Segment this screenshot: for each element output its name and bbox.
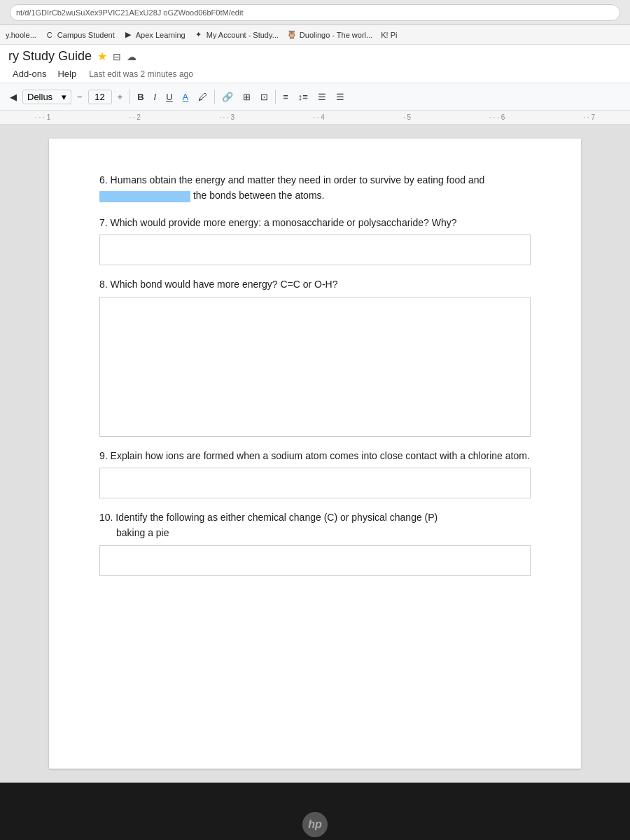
bookmark-yhoole[interactable]: y.hoole... — [6, 31, 36, 39]
question-8-text: 8. Which bond would have more energy? C=… — [99, 276, 531, 292]
bookmark-label: y.hoole... — [6, 31, 36, 39]
bookmark-duolingo[interactable]: 🦉 Duolingo - The worl... — [287, 30, 372, 40]
ruler: · · · 1 · · 2 · · · 3 · · 4 · 5 · · · 6 … — [0, 111, 630, 125]
q7-number: 7. — [99, 217, 111, 228]
docs-menu-bar: Add-ons Help Last edit was 2 minutes ago — [0, 65, 630, 83]
apex-icon: ▶ — [123, 30, 133, 40]
link-button[interactable]: 🔗 — [218, 90, 237, 104]
bookmark-apex[interactable]: ▶ Apex Learning — [123, 30, 186, 40]
underline-a-button[interactable]: A — [178, 90, 193, 104]
ruler-mark-1: · · · 1 — [35, 113, 50, 121]
indent-button[interactable]: ☰ — [332, 90, 349, 104]
ruler-mark-7: · · 7 — [583, 113, 595, 121]
q9-content: Explain how ions are formed when a sodiu… — [111, 450, 530, 461]
q10-answer-box[interactable] — [99, 545, 531, 576]
hp-logo: hp — [302, 812, 328, 837]
question-9-text: 9. Explain how ions are formed when a so… — [99, 448, 531, 463]
question-8: 8. Which bond would have more energy? C=… — [99, 276, 531, 436]
bookmark-myaccount[interactable]: ✦ My Account - Study... — [194, 30, 279, 40]
image-button[interactable]: ⊞ — [239, 90, 255, 104]
question-6: 6. Humans obtain the energy and matter t… — [99, 172, 531, 204]
q8-content: Which bond would have more energy? C=C o… — [111, 279, 338, 290]
list-button[interactable]: ☰ — [314, 90, 330, 104]
font-size-decrease[interactable]: − — [73, 90, 87, 104]
bookmark-label: Apex Learning — [136, 31, 186, 39]
menu-help[interactable]: Help — [53, 66, 80, 81]
bookmark-label: K! Pi — [381, 31, 397, 39]
campus-icon: C — [45, 30, 55, 40]
q6-text-before: Humans obtain the energy and matter they… — [111, 174, 485, 186]
cloud-icon[interactable]: ☁ — [127, 51, 136, 62]
font-size-increase[interactable]: + — [113, 90, 127, 104]
chevron-down-icon: ▾ — [62, 92, 66, 102]
question-10: 10. Identify the following as either che… — [99, 510, 531, 576]
duolingo-icon: 🦉 — [287, 30, 297, 40]
question-7: 7. Which would provide more energy: a mo… — [99, 215, 531, 265]
doc-title[interactable]: ry Study Guide — [8, 49, 92, 64]
doc-page: 6. Humans obtain the energy and matter t… — [49, 139, 581, 769]
ruler-marks: · · · 1 · · 2 · · · 3 · · 4 · 5 · · · 6 … — [35, 113, 595, 121]
q8-answer-box[interactable] — [99, 297, 531, 437]
q6-blank[interactable] — [99, 191, 190, 202]
browser-chrome: nt/d/1GDIrCb2wuSuXex9PVIC21AExU28J oGZWo… — [0, 0, 630, 25]
q7-answer-box[interactable] — [99, 234, 531, 265]
url-bar[interactable]: nt/d/1GDIrCb2wuSuXex9PVIC21AExU28J oGZWo… — [10, 4, 620, 21]
docs-title-bar: ry Study Guide ★ ⊟ ☁ — [0, 45, 630, 65]
separator-2 — [214, 90, 215, 104]
laptop-bezel: hp — [0, 783, 630, 840]
underline-button[interactable]: U — [162, 90, 176, 104]
ruler-mark-6: · · · 6 — [489, 113, 505, 121]
font-selector[interactable]: Dellus ▾ — [22, 90, 71, 104]
q10-content: Identify the following as either chemica… — [115, 512, 438, 523]
q8-number: 8. — [99, 279, 111, 290]
q10-number: 10. — [99, 512, 115, 523]
bookmark-label: My Account - Study... — [206, 31, 279, 39]
q6-number: 6. — [99, 174, 111, 186]
q10-subtext: baking a pie — [116, 527, 169, 538]
table-button[interactable]: ⊡ — [256, 90, 272, 104]
separator-3 — [275, 90, 276, 104]
bold-button[interactable]: B — [133, 90, 148, 104]
font-name-text: Dellus — [27, 92, 52, 102]
q9-answer-box[interactable] — [99, 468, 531, 498]
question-10-text: 10. Identify the following as either che… — [99, 510, 531, 541]
align-button[interactable]: ≡ — [279, 90, 293, 104]
star-icon[interactable]: ★ — [97, 50, 107, 63]
text-color-button[interactable]: 🖊 — [194, 90, 211, 104]
ruler-mark-3: · · · 3 — [219, 113, 234, 121]
bookmark-campus[interactable]: C Campus Student — [45, 30, 115, 40]
question-9: 9. Explain how ions are formed when a so… — [99, 448, 531, 498]
bookmark-label: Campus Student — [57, 31, 115, 39]
bookmark-label: Duolingo - The worl... — [300, 31, 372, 39]
italic-button[interactable]: I — [150, 90, 161, 104]
drive-icon[interactable]: ⊟ — [113, 51, 121, 62]
myaccount-icon: ✦ — [194, 30, 204, 40]
bookmark-kt[interactable]: K! Pi — [381, 31, 397, 39]
line-spacing-button[interactable]: ↕≡ — [294, 90, 312, 104]
font-size-control: − 12 + — [73, 90, 127, 104]
hp-text: hp — [308, 818, 322, 831]
toolbar-arrow-left[interactable]: ◀ — [6, 90, 21, 104]
last-edit-text: Last edit was 2 minutes ago — [89, 69, 193, 79]
ruler-mark-5: · 5 — [403, 113, 411, 121]
menu-addons[interactable]: Add-ons — [8, 66, 50, 81]
docs-toolbar: ◀ Dellus ▾ − 12 + B I U A 🖊 🔗 ⊞ ⊡ ≡ ↕≡ ☰… — [0, 83, 630, 111]
q6-text-after: the bonds between the atoms. — [193, 190, 325, 201]
font-size-box[interactable]: 12 — [88, 90, 112, 104]
ruler-mark-2: · · 2 — [129, 113, 141, 121]
docs-page-area: 6. Humans obtain the energy and matter t… — [0, 125, 630, 783]
bookmarks-bar: y.hoole... C Campus Student ▶ Apex Learn… — [0, 25, 630, 45]
q9-number: 9. — [99, 450, 111, 461]
ruler-mark-4: · · 4 — [313, 113, 325, 121]
q7-content: Which would provide more energy: a monos… — [111, 217, 457, 228]
question-6-text: 6. Humans obtain the energy and matter t… — [99, 172, 531, 204]
separator-1 — [130, 90, 130, 104]
question-7-text: 7. Which would provide more energy: a mo… — [99, 215, 531, 230]
url-text: nt/d/1GDIrCb2wuSuXex9PVIC21AExU28J oGZWo… — [16, 8, 243, 17]
